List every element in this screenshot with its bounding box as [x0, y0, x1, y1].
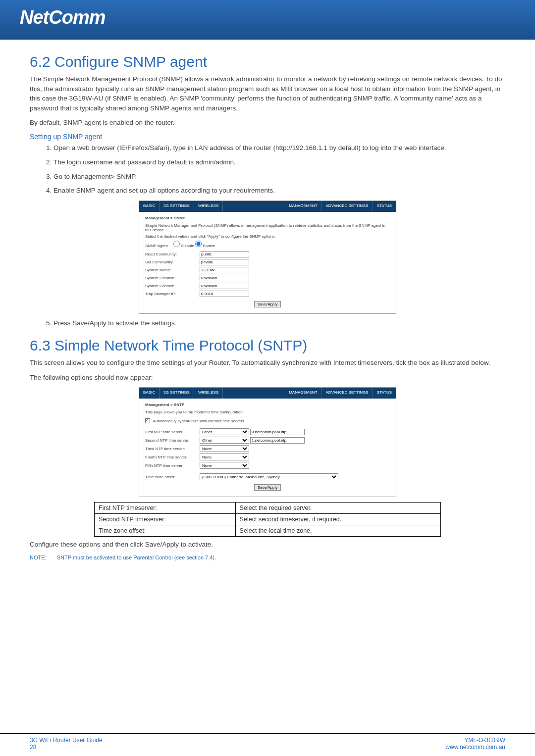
ntp1-label: First NTP time server: — [145, 430, 200, 434]
ntp2-input[interactable] — [250, 437, 305, 444]
sntp-tab-basic[interactable]: BASIC — [139, 388, 160, 399]
snmp-disable-radio[interactable] — [173, 241, 180, 247]
opt-second-ntp-desc: Select second timeserver, if required. — [235, 514, 440, 525]
sntp-tab-wireless[interactable]: WIRELESS — [194, 388, 223, 399]
trap-manager-ip-input[interactable] — [200, 291, 249, 297]
note-label: NOTE: — [30, 554, 47, 560]
snmp-screenshot: BASIC 3G SETTINGS WIRELESS MANAGEMENT AD… — [139, 201, 396, 314]
snmp-tabs: BASIC 3G SETTINGS WIRELESS MANAGEMENT AD… — [139, 201, 396, 212]
ntp1-select[interactable]: Other — [200, 428, 249, 435]
table-row: Time zone offset:Select the local time z… — [95, 525, 441, 537]
opt-first-ntp-label: First NTP timeserver: — [95, 503, 236, 514]
system-contact-input[interactable] — [200, 283, 249, 289]
sntp-tab-3g-settings[interactable]: 3G SETTINGS — [160, 388, 194, 399]
brand-logo: NetComm — [20, 7, 515, 28]
opt-first-ntp-desc: Select the required server. — [235, 503, 440, 514]
system-name-input[interactable] — [200, 267, 249, 273]
tab-3g-settings[interactable]: 3G SETTINGS — [160, 201, 194, 212]
trap-manager-ip-label: Trap Manager IP: — [145, 292, 200, 296]
snmp-step-4: Enable SNMP agent and set up all options… — [54, 186, 505, 196]
page-content: 6.2 Configure SNMP agent The Simple Netw… — [0, 40, 535, 560]
system-location-label: System Location: — [145, 276, 200, 280]
note-text: SNTP must be activated to use Parental C… — [57, 554, 216, 560]
ntp4-label: Fourth NTP time server: — [145, 455, 200, 459]
autosync-label: Automatically synchronize with Internet … — [153, 419, 244, 423]
tab-status[interactable]: STATUS — [373, 201, 396, 212]
section-6-3-p1: This screen allows you to configure the … — [30, 358, 505, 368]
footer-page-number: 28 — [30, 744, 103, 751]
sntp-tabs: BASIC 3G SETTINGS WIRELESS MANAGEMENT AD… — [139, 388, 396, 399]
snmp-desc2: Select the desired values and click "App… — [145, 234, 390, 239]
footer-guide-title: 3G WiFi Router User Guide — [30, 737, 103, 744]
ntp4-select[interactable]: None — [200, 454, 249, 460]
tz-select[interactable]: (GMT+10:00) Canberra, Melbourne, Sydney — [200, 473, 338, 480]
snmp-desc: Simple Network Management Protocol (SNMP… — [145, 223, 390, 232]
table-row: First NTP timeserver:Select the required… — [95, 503, 441, 514]
ntp5-label: Fifth NTP time server: — [145, 463, 200, 468]
set-community-input[interactable] — [200, 259, 249, 265]
sntp-screenshot: BASIC 3G SETTINGS WIRELESS MANAGEMENT AD… — [139, 387, 396, 497]
tz-label: Time zone offset: — [145, 475, 200, 479]
opt-tz-desc: Select the local time zone. — [235, 525, 440, 537]
snmp-disable-label: Disable — [181, 244, 194, 248]
sntp-tab-management[interactable]: MANAGEMENT — [285, 388, 321, 399]
ntp5-select[interactable]: None — [200, 462, 249, 469]
sntp-save-apply-button[interactable]: Save/Apply — [254, 484, 281, 491]
snmp-step-3: Go to Management> SNMP. — [54, 172, 505, 182]
snmp-enable-label: Enable — [203, 244, 215, 248]
snmp-save-apply-button[interactable]: Save/Apply — [254, 301, 281, 307]
ntp3-select[interactable]: None — [200, 445, 249, 452]
sntp-breadcrumb: Management > SNTP — [145, 403, 390, 407]
section-6-2-p1: The Simple Network Management Protocol (… — [30, 74, 505, 113]
system-contact-label: System Contact: — [145, 284, 200, 288]
opt-second-ntp-label: Second NTP timeserver: — [95, 514, 236, 525]
table-row: Second NTP timeserver:Select second time… — [95, 514, 441, 525]
tab-wireless[interactable]: WIRELESS — [194, 201, 223, 212]
read-community-input[interactable] — [200, 251, 249, 257]
sntp-options-table: First NTP timeserver:Select the required… — [94, 502, 441, 537]
snmp-enable-radio[interactable] — [195, 241, 202, 247]
section-6-3-p2: The following options should now appear: — [30, 373, 505, 383]
sntp-note: NOTE: SNTP must be activated to use Pare… — [30, 554, 505, 560]
footer-url: www.netcomm.com.au — [445, 744, 505, 751]
read-community-label: Read Community: — [145, 252, 200, 256]
snmp-steps-list-2: Press Save/Apply to activate the setting… — [54, 319, 505, 328]
system-name-label: System Name: — [145, 268, 200, 272]
page-footer: 3G WiFi Router User Guide 28 YML-O-3G19W… — [0, 733, 535, 756]
autosync-checkbox[interactable] — [145, 418, 150, 423]
sntp-desc: This page allows you to the modem's time… — [145, 410, 390, 414]
section-6-3-heading: 6.3 Simple Network Time Protocol (SNTP) — [30, 337, 505, 354]
section-6-3-after: Configure these options and then click S… — [30, 540, 505, 550]
system-location-input[interactable] — [200, 275, 249, 281]
ntp1-input[interactable] — [250, 429, 305, 435]
opt-tz-label: Time zone offset: — [95, 525, 236, 537]
set-community-label: Set Community: — [145, 260, 200, 264]
ntp2-label: Second NTP time server: — [145, 438, 200, 443]
header-band: NetComm — [0, 0, 535, 40]
snmp-breadcrumb: Management > SNMP — [145, 216, 390, 220]
snmp-step-5: Press Save/Apply to activate the setting… — [54, 319, 505, 328]
section-6-2-heading: 6.2 Configure SNMP agent — [30, 53, 505, 70]
tab-management[interactable]: MANAGEMENT — [285, 201, 321, 212]
ntp2-select[interactable]: Other — [200, 437, 249, 444]
ntp3-label: Third NTP time server: — [145, 447, 200, 451]
setting-up-snmp-heading: Setting up SNMP agent — [30, 133, 505, 141]
sntp-tab-status[interactable]: STATUS — [373, 388, 396, 399]
snmp-step-1: Open a web browser (IE/Firefox/Safari), … — [54, 144, 505, 153]
snmp-steps-list: Open a web browser (IE/Firefox/Safari), … — [54, 144, 505, 196]
snmp-step-2: The login username and password by defau… — [54, 158, 505, 167]
sntp-tab-advanced[interactable]: ADVANCED SETTINGS — [322, 388, 373, 399]
section-6-2-p2: By default, SNMP agent is enabled on the… — [30, 118, 505, 128]
tab-basic[interactable]: BASIC — [139, 201, 160, 212]
snmp-agent-label: SNMP Agent — [145, 244, 168, 248]
footer-model: YML-O-3G19W — [445, 737, 505, 744]
tab-advanced[interactable]: ADVANCED SETTINGS — [322, 201, 373, 212]
